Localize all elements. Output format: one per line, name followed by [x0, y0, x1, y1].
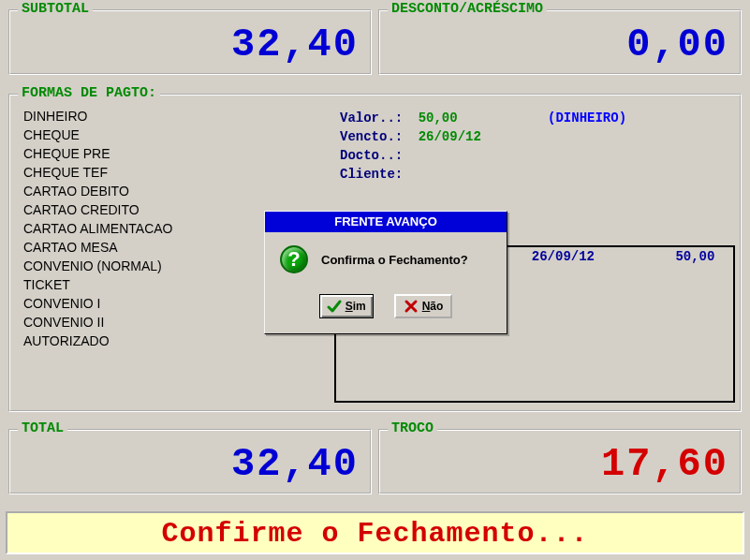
- discount-panel: DESCONTO/ACRÉSCIMO 0,00: [378, 9, 742, 75]
- change-panel: TROCO 17,60: [378, 429, 742, 494]
- detail-vencto-value: 26/09/12: [419, 129, 481, 144]
- detail-cliente-row: Cliente:: [340, 167, 410, 182]
- payment-legend: FORMAS DE PAGTO:: [18, 85, 160, 101]
- payment-method-item[interactable]: CHEQUE TEF: [23, 163, 172, 182]
- subtotal-value: 32,40: [231, 22, 359, 67]
- discount-value: 0,00: [626, 22, 728, 67]
- payment-method-item[interactable]: CHEQUE: [23, 125, 172, 144]
- yes-button-mnemonic: S: [346, 300, 353, 313]
- detail-method-value: (DINHEIRO): [548, 111, 626, 125]
- dialog-title: FRENTE AVANÇO: [265, 212, 507, 232]
- no-button-rest: ão: [430, 300, 443, 313]
- detail-docto-row: Docto..:: [340, 148, 410, 163]
- question-icon: [280, 245, 308, 273]
- entry-amount: 50,00: [602, 249, 714, 264]
- payment-method-item[interactable]: CONVENIO I: [23, 294, 172, 313]
- confirm-dialog: FRENTE AVANÇO Confirma o Fechamento? Sim…: [264, 211, 507, 334]
- no-button[interactable]: Não: [394, 294, 453, 318]
- status-bar: Confirme o Fechamento...: [6, 511, 744, 554]
- dialog-body: Confirma o Fechamento? Sim Não: [265, 232, 507, 333]
- detail-vencto-row: Vencto.: 26/09/12: [340, 129, 481, 144]
- x-icon: [404, 299, 419, 314]
- payment-method-item[interactable]: CONVENIO II: [23, 313, 172, 332]
- discount-legend: DESCONTO/ACRÉSCIMO: [388, 1, 547, 17]
- detail-docto-label: Docto..:: [340, 148, 403, 163]
- payment-methods-list: DINHEIRO CHEQUE CHEQUE PRE CHEQUE TEF CA…: [23, 107, 172, 350]
- payment-method-item[interactable]: AUTORIZADO: [23, 332, 172, 350]
- subtotal-panel: SUBTOTAL 32,40: [8, 9, 372, 75]
- payment-method-item[interactable]: CONVENIO (NORMAL): [23, 257, 172, 275]
- detail-valor-row: Valor..: 50,00 (DINHEIRO): [340, 111, 626, 125]
- change-legend: TROCO: [388, 420, 437, 436]
- dialog-message: Confirma o Fechamento?: [321, 253, 468, 267]
- payment-method-item[interactable]: CARTAO DEBITO: [23, 182, 172, 200]
- total-panel: TOTAL 32,40: [8, 429, 372, 494]
- subtotal-legend: SUBTOTAL: [18, 1, 93, 17]
- payment-method-item[interactable]: DINHEIRO: [23, 107, 172, 125]
- total-legend: TOTAL: [18, 420, 67, 436]
- check-icon: [327, 299, 342, 314]
- payment-method-item[interactable]: CARTAO CREDITO: [23, 200, 172, 219]
- payment-method-item[interactable]: CHEQUE PRE: [23, 144, 172, 163]
- detail-valor-value: 50,00: [419, 111, 458, 125]
- detail-valor-label: Valor..:: [340, 111, 403, 125]
- detail-vencto-label: Vencto.:: [340, 129, 403, 144]
- total-value: 32,40: [231, 442, 359, 487]
- detail-cliente-label: Cliente:: [340, 167, 403, 182]
- payment-method-item[interactable]: CARTAO ALIMENTACAO: [23, 219, 172, 238]
- change-value: 17,60: [601, 442, 728, 487]
- payment-method-item[interactable]: CARTAO MESA: [23, 238, 172, 257]
- payment-method-item[interactable]: TICKET: [23, 275, 172, 294]
- yes-button[interactable]: Sim: [319, 294, 374, 318]
- yes-button-rest: im: [353, 300, 366, 313]
